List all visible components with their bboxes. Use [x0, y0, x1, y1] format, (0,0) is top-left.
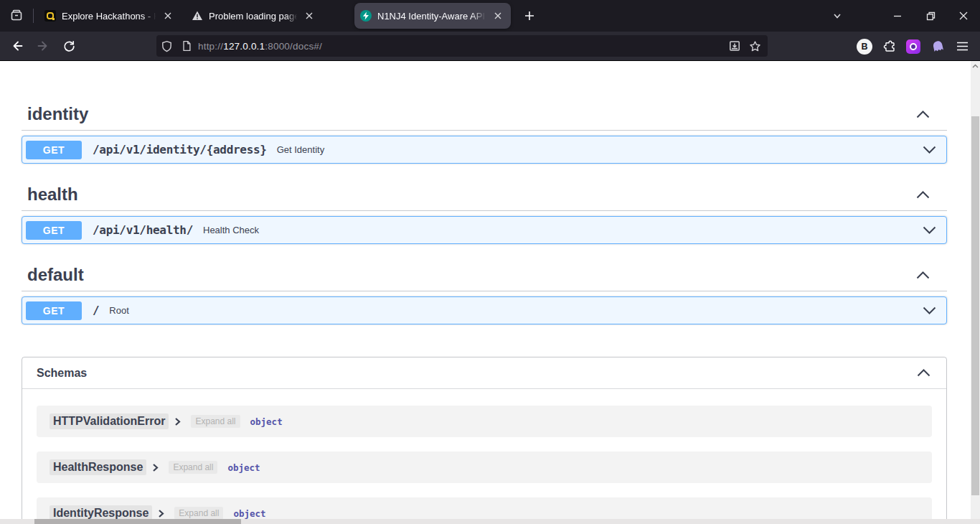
model-httpvalidationerror[interactable]: HTTPValidationError Expand all object — [37, 406, 932, 437]
model-type: object — [227, 462, 260, 473]
vertical-scrollbar[interactable] — [971, 61, 980, 524]
opblock-get-identity[interactable]: GET /api/v1/identity/{address} Get Ident… — [22, 136, 947, 164]
minimize-icon — [893, 11, 902, 20]
purple-extension-icon — [906, 39, 920, 54]
tag-header-default[interactable]: default — [22, 263, 947, 291]
model-healthresponse[interactable]: HealthResponse Expand all object — [37, 452, 932, 483]
restore-icon — [926, 11, 936, 21]
schemas-title: Schemas — [37, 367, 87, 380]
back-button[interactable] — [6, 34, 29, 57]
expand-all-button[interactable]: Expand all — [174, 507, 223, 520]
scroll-up-icon[interactable] — [971, 64, 980, 68]
tag-header-identity[interactable]: identity — [22, 103, 947, 131]
chevron-down-icon[interactable] — [923, 307, 936, 314]
forward-button[interactable] — [32, 34, 55, 57]
url-scheme: http:// — [198, 41, 223, 52]
reload-icon — [63, 40, 75, 52]
extensions-button[interactable] — [877, 34, 901, 59]
chevron-right-icon[interactable] — [174, 417, 181, 426]
schemas-header[interactable]: Schemas — [22, 357, 946, 389]
op-path: /api/v1/identity/{address} — [93, 143, 267, 156]
new-tab-button[interactable] — [517, 4, 542, 28]
tab-title: Explore Hackathons - HackQues — [62, 11, 158, 22]
method-badge: GET — [26, 221, 82, 240]
forward-arrow-icon — [37, 39, 50, 52]
url-bar[interactable]: http://127.0.0.1:8000/docs#/ — [156, 35, 768, 57]
chevron-down-icon[interactable] — [923, 146, 936, 154]
chevron-right-icon[interactable] — [152, 463, 159, 472]
chevron-up-icon[interactable] — [916, 271, 930, 279]
tab-hackquest[interactable]: Explore Hackathons - HackQues — [39, 3, 181, 29]
save-page-icon[interactable] — [725, 36, 745, 56]
opblock-get-health[interactable]: GET /api/v1/health/ Health Check — [22, 216, 947, 244]
ghost-icon — [930, 39, 945, 54]
chevron-up-icon[interactable] — [917, 369, 930, 377]
tag-header-health[interactable]: health — [22, 183, 947, 211]
page-icon[interactable] — [176, 36, 197, 56]
model-type: object — [250, 416, 283, 427]
firefox-view-icon — [9, 9, 24, 23]
expand-all-button[interactable]: Expand all — [191, 415, 240, 428]
tag-title: identity — [27, 104, 88, 124]
schemas-body: HTTPValidationError Expand all object He… — [22, 389, 946, 524]
bookmark-star-icon[interactable] — [745, 36, 765, 56]
vertical-scrollbar-thumb[interactable] — [971, 116, 979, 495]
horizontal-scrollbar[interactable] — [0, 519, 980, 524]
firefox-view-button[interactable] — [4, 4, 29, 28]
close-tab-icon[interactable] — [161, 9, 175, 23]
back-arrow-icon — [11, 39, 24, 52]
tab-separator — [33, 9, 34, 23]
chevron-up-icon[interactable] — [916, 191, 930, 199]
tab-title: N1NJ4 Identity-Aware API - Swa — [377, 11, 488, 22]
reload-button[interactable] — [57, 34, 80, 57]
plus-icon — [524, 11, 534, 21]
navigation-toolbar: http://127.0.0.1:8000/docs#/ — [0, 32, 980, 61]
close-icon — [959, 11, 968, 20]
extension-b-icon: B — [857, 39, 872, 55]
api-section-identity: identity GET /api/v1/identity/{address} … — [22, 103, 947, 164]
op-summary: Health Check — [203, 225, 259, 235]
close-tab-icon[interactable] — [491, 9, 505, 23]
method-badge: GET — [26, 141, 82, 159]
tab-swagger-active[interactable]: N1NJ4 Identity-Aware API - Swa — [354, 3, 511, 29]
expand-all-button[interactable]: Expand all — [169, 461, 217, 474]
puzzle-icon — [882, 39, 896, 53]
url-host: 127.0.0.1 — [223, 41, 265, 52]
warning-icon — [192, 10, 203, 22]
extension-b-button[interactable]: B — [852, 34, 877, 59]
model-type: object — [233, 508, 265, 519]
swagger-page: identity GET /api/v1/identity/{address} … — [0, 61, 980, 524]
menu-button[interactable] — [950, 34, 974, 59]
schemas-section: Schemas HTTPValidationError Expand all o… — [22, 357, 947, 524]
close-window-button[interactable] — [947, 0, 980, 32]
chevron-up-icon[interactable] — [916, 111, 930, 118]
opblock-get-root[interactable]: GET / Root — [22, 296, 947, 324]
op-summary: Root — [109, 305, 128, 316]
hamburger-icon — [956, 41, 969, 52]
chevron-right-icon[interactable] — [158, 509, 164, 518]
shield-icon[interactable] — [156, 36, 176, 56]
op-summary: Get Identity — [277, 144, 324, 155]
tab-title: Problem loading page — [209, 11, 299, 22]
hackquest-icon — [44, 10, 56, 22]
horizontal-scrollbar-thumb[interactable] — [34, 519, 241, 524]
minimize-button[interactable] — [881, 0, 914, 32]
extension-purple-button[interactable] — [901, 34, 925, 59]
browser-window: Explore Hackathons - HackQues Problem lo… — [0, 0, 980, 524]
tag-title: health — [27, 184, 78, 205]
tag-title: default — [27, 265, 84, 285]
url-rest: :8000/docs#/ — [265, 41, 322, 52]
restore-button[interactable] — [914, 0, 947, 32]
tab-bar: Explore Hackathons - HackQues Problem lo… — [0, 0, 980, 32]
chevron-down-icon[interactable] — [923, 226, 936, 234]
op-path: /api/v1/health/ — [93, 223, 193, 237]
url-text[interactable]: http://127.0.0.1:8000/docs#/ — [198, 41, 725, 52]
close-tab-icon[interactable] — [302, 9, 316, 23]
chevron-down-icon — [832, 11, 842, 21]
tab-problem-loading[interactable]: Problem loading page — [186, 3, 349, 29]
list-all-tabs-button[interactable] — [825, 4, 849, 28]
method-badge: GET — [26, 301, 82, 320]
api-section-default: default GET / Root — [22, 263, 947, 324]
ghost-extension-button[interactable] — [925, 34, 950, 59]
fastapi-icon — [360, 10, 372, 22]
